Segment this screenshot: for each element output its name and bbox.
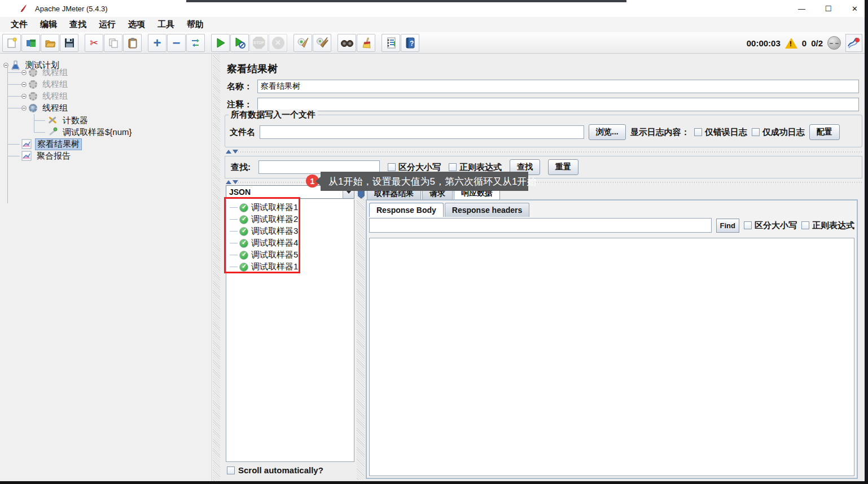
collapse-handle-icon[interactable] [21,82,27,87]
menu-help[interactable]: 帮助 [181,18,210,32]
search-reset-button[interactable]: 重置 [548,159,578,175]
expand-up-icon[interactable] [226,180,231,184]
menu-edit[interactable]: 编辑 [34,18,63,32]
checkbox-icon[interactable] [744,221,752,229]
tree-item-label[interactable]: 线程组 [41,91,69,102]
find-button[interactable]: Find [716,219,739,233]
tree-item-label[interactable]: 聚合报告 [35,151,72,162]
tree-item-thread-group-2[interactable]: 线程组 [21,79,69,90]
minimize-button[interactable]: — [788,0,815,17]
find-case-checkbox[interactable]: 区分大小写 [744,220,797,231]
start-icon [215,37,226,49]
annotation-tooltip: 从1开始，设置最大值为5，第六次循环又从1开始 [321,172,528,191]
save-button[interactable] [60,34,78,52]
start-no-pauses-button[interactable] [230,34,249,52]
checkbox-icon[interactable] [801,221,809,229]
function-helper-button[interactable] [382,34,400,52]
regex-checkbox[interactable]: 正则表达式 [449,162,502,173]
name-input[interactable] [257,80,859,93]
tree-item-label[interactable]: 计数器 [61,115,90,126]
checkbox-icon[interactable] [388,163,396,171]
tree-item-label[interactable]: 线程组 [41,103,69,114]
tree-item-thread-group-4[interactable]: 线程组 [21,102,69,114]
find-regex-checkbox[interactable]: 正则表达式 [801,220,854,231]
errors-only-checkbox[interactable]: 仅错误日志 [694,127,747,138]
tab-response-headers[interactable]: Response headers [445,203,530,217]
clear-all-broom-icon [316,37,328,49]
help-button[interactable]: ? [401,34,419,52]
tree-line [34,132,45,133]
tree-item-label[interactable]: 线程组 [41,79,69,90]
background-window-edge [865,0,868,484]
jmeter-logo-icon [847,36,861,50]
clear-all-button[interactable] [313,34,331,52]
scroll-automatically-checkbox[interactable]: Scroll automatically? [227,465,323,475]
success-only-checkbox[interactable]: 仅成功日志 [752,127,805,138]
tree-item-view-results-tree[interactable]: 察看结果树 [21,138,82,150]
tree-item-counter[interactable]: 计数器 [47,115,90,126]
warning-icon[interactable] [785,38,797,49]
collapse-handle-icon[interactable] [3,63,8,68]
copy-button[interactable] [104,34,122,52]
menu-search[interactable]: 查找 [63,18,93,32]
tree-item-thread-group-3[interactable]: 线程组 [21,90,69,102]
tree-trunk-line [7,72,8,203]
templates-button[interactable] [21,34,40,52]
comment-input[interactable] [257,98,859,111]
log-level-icon[interactable] [827,36,841,50]
thread-group-gear-icon [29,80,37,89]
menu-tools[interactable]: 工具 [151,18,181,32]
find-input[interactable] [369,218,712,233]
expand-all-button[interactable]: + [148,34,166,52]
tab-response-body[interactable]: Response Body [369,203,444,217]
collapse-handle-icon[interactable] [21,106,27,111]
tree-line [7,84,23,85]
checkbox-icon[interactable] [694,128,702,136]
maximize-button[interactable]: ☐ [815,0,841,17]
checkbox-icon[interactable] [752,128,760,136]
tree-item-debug-sampler[interactable]: 调试取样器${num} [47,127,134,138]
tree-item-label[interactable]: 调试取样器${num} [61,127,134,138]
start-no-pauses-icon [234,37,246,49]
divider-dots [238,151,862,152]
jmeter-logo-button[interactable] [845,34,862,52]
case-sensitive-checkbox[interactable]: 区分大小写 [388,162,441,173]
chart-icon [21,151,32,161]
search-button[interactable] [337,34,356,52]
tree-item-thread-group-1[interactable]: 线程组 [21,67,69,78]
cut-button[interactable]: ✂ [85,34,103,52]
expand-up-icon[interactable] [226,150,231,154]
browse-button[interactable]: 浏览... [589,124,626,140]
new-plan-button[interactable] [2,34,21,52]
expand-down-icon[interactable] [233,150,238,154]
split-divider-top[interactable] [225,150,862,154]
menu-options[interactable]: 选项 [122,18,151,32]
close-button[interactable]: ✕ [841,0,868,17]
menu-run[interactable]: 运行 [93,18,122,32]
search-reset-button[interactable] [357,34,375,52]
response-body-area[interactable] [369,238,854,476]
shutdown-button: ✕ [269,34,287,52]
expand-down-icon[interactable] [233,180,238,184]
results-split-divider[interactable] [357,185,365,480]
tree-item-label[interactable]: 察看结果树 [35,138,82,150]
menu-bar: 文件 编辑 查找 运行 选项 工具 帮助 [0,17,868,32]
menu-file[interactable]: 文件 [5,18,34,32]
paste-button[interactable] [123,34,142,52]
collapse-all-button[interactable]: − [167,34,186,52]
view-results-tree-panel: 察看结果树 名称： 注释： 所有数据写入一个文件 文件名 浏览... 显示日志内… [220,54,865,481]
filename-input[interactable] [260,125,584,139]
test-plan-tree: 测试计划 线程组 线程组 线程组 线程组 计数器 调试取样器${num} 察看结… [0,54,212,481]
checkbox-icon[interactable] [449,163,457,171]
tree-item-label[interactable]: 线程组 [41,67,69,78]
toggle-button[interactable] [186,34,205,52]
collapse-handle-icon[interactable] [21,94,27,99]
clear-button[interactable] [293,34,312,52]
open-button[interactable] [41,34,59,52]
checkbox-icon[interactable] [227,466,235,474]
collapse-handle-icon[interactable] [21,70,27,75]
tree-item-aggregate-report[interactable]: 聚合报告 [21,150,72,162]
start-button[interactable] [211,34,230,52]
main-split-divider[interactable] [212,54,220,481]
configure-button[interactable]: 配置 [809,124,840,140]
